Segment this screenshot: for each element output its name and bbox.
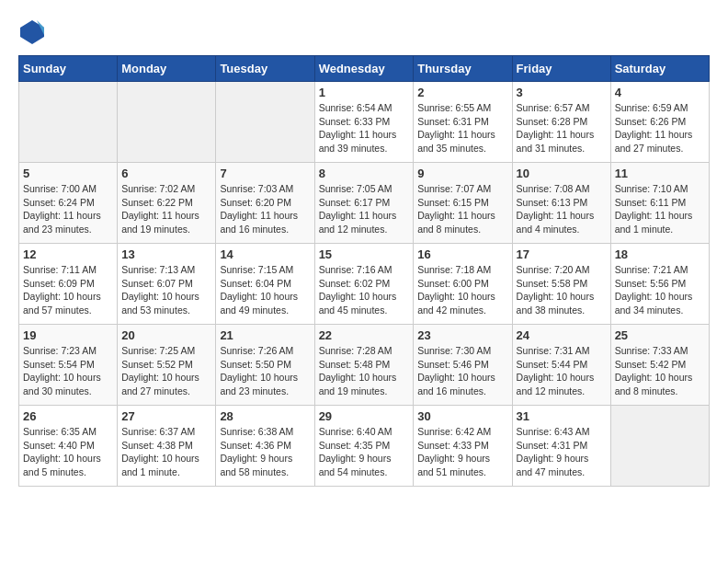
day-info: Sunrise: 6:40 AMSunset: 4:35 PMDaylight:…: [319, 425, 410, 479]
day-info: Sunrise: 6:35 AMSunset: 4:40 PMDaylight:…: [23, 425, 113, 479]
week-row-4: 19Sunrise: 7:23 AMSunset: 5:54 PMDayligh…: [19, 325, 710, 406]
day-info: Sunrise: 7:16 AMSunset: 6:02 PMDaylight:…: [319, 263, 410, 317]
calendar-cell: 30Sunrise: 6:42 AMSunset: 4:33 PMDayligh…: [414, 406, 512, 487]
day-number: 17: [517, 247, 607, 261]
calendar-cell: 9Sunrise: 7:07 AMSunset: 6:15 PMDaylight…: [414, 163, 512, 244]
day-number: 21: [220, 328, 310, 342]
calendar-cell: [19, 82, 118, 163]
day-info: Sunrise: 7:25 AMSunset: 5:52 PMDaylight:…: [121, 344, 211, 398]
calendar-cell: 16Sunrise: 7:18 AMSunset: 6:00 PMDayligh…: [414, 244, 512, 325]
calendar-cell: 15Sunrise: 7:16 AMSunset: 6:02 PMDayligh…: [314, 244, 414, 325]
day-number: 15: [319, 247, 410, 261]
logo-icon: [18, 18, 46, 46]
weekday-header-friday: Friday: [512, 56, 610, 82]
calendar-cell: 11Sunrise: 7:10 AMSunset: 6:11 PMDayligh…: [610, 163, 709, 244]
weekday-header-row: SundayMondayTuesdayWednesdayThursdayFrid…: [19, 56, 710, 82]
day-number: 22: [319, 328, 410, 342]
day-number: 9: [417, 167, 507, 180]
weekday-header-wednesday: Wednesday: [314, 56, 414, 82]
day-number: 4: [615, 86, 705, 99]
calendar-cell: 23Sunrise: 7:30 AMSunset: 5:46 PMDayligh…: [414, 325, 512, 406]
day-number: 30: [417, 409, 507, 423]
calendar-cell: 18Sunrise: 7:21 AMSunset: 5:56 PMDayligh…: [610, 244, 709, 325]
day-info: Sunrise: 7:23 AMSunset: 5:54 PMDaylight:…: [23, 344, 113, 398]
weekday-header-saturday: Saturday: [610, 56, 709, 82]
calendar-cell: 13Sunrise: 7:13 AMSunset: 6:07 PMDayligh…: [118, 244, 216, 325]
day-info: Sunrise: 7:15 AMSunset: 6:04 PMDaylight:…: [220, 263, 310, 317]
day-number: 14: [220, 247, 310, 261]
day-info: Sunrise: 6:42 AMSunset: 4:33 PMDaylight:…: [417, 425, 507, 479]
calendar-cell: 1Sunrise: 6:54 AMSunset: 6:33 PMDaylight…: [314, 82, 414, 163]
calendar-cell: 8Sunrise: 7:05 AMSunset: 6:17 PMDaylight…: [314, 163, 414, 244]
day-number: 20: [121, 328, 211, 342]
day-number: 28: [220, 409, 310, 423]
day-info: Sunrise: 7:03 AMSunset: 6:20 PMDaylight:…: [220, 182, 310, 236]
day-info: Sunrise: 7:00 AMSunset: 6:24 PMDaylight:…: [23, 182, 113, 236]
calendar-cell: 4Sunrise: 6:59 AMSunset: 6:26 PMDaylight…: [610, 82, 709, 163]
day-number: 12: [23, 247, 113, 261]
calendar-cell: 24Sunrise: 7:31 AMSunset: 5:44 PMDayligh…: [512, 325, 610, 406]
page-header: [18, 18, 710, 46]
day-info: Sunrise: 7:26 AMSunset: 5:50 PMDaylight:…: [220, 344, 310, 398]
calendar-table: SundayMondayTuesdayWednesdayThursdayFrid…: [18, 55, 710, 487]
calendar-cell: 29Sunrise: 6:40 AMSunset: 4:35 PMDayligh…: [314, 406, 414, 487]
day-info: Sunrise: 6:38 AMSunset: 4:36 PMDaylight:…: [220, 425, 310, 479]
day-info: Sunrise: 7:28 AMSunset: 5:48 PMDaylight:…: [319, 344, 410, 398]
week-row-2: 5Sunrise: 7:00 AMSunset: 6:24 PMDaylight…: [19, 163, 710, 244]
day-number: 26: [23, 409, 113, 423]
calendar-cell: 10Sunrise: 7:08 AMSunset: 6:13 PMDayligh…: [512, 163, 610, 244]
calendar-cell: [610, 406, 709, 487]
calendar-cell: 27Sunrise: 6:37 AMSunset: 4:38 PMDayligh…: [118, 406, 216, 487]
calendar-cell: [216, 82, 314, 163]
day-number: 31: [517, 409, 607, 423]
calendar-cell: 25Sunrise: 7:33 AMSunset: 5:42 PMDayligh…: [610, 325, 709, 406]
calendar-cell: 2Sunrise: 6:55 AMSunset: 6:31 PMDaylight…: [414, 82, 512, 163]
day-info: Sunrise: 7:13 AMSunset: 6:07 PMDaylight:…: [121, 263, 211, 317]
day-info: Sunrise: 6:43 AMSunset: 4:31 PMDaylight:…: [517, 425, 607, 479]
week-row-5: 26Sunrise: 6:35 AMSunset: 4:40 PMDayligh…: [19, 406, 710, 487]
weekday-header-monday: Monday: [118, 56, 216, 82]
calendar-cell: 5Sunrise: 7:00 AMSunset: 6:24 PMDaylight…: [19, 163, 118, 244]
logo: [18, 18, 50, 46]
day-number: 7: [220, 167, 310, 180]
day-info: Sunrise: 7:33 AMSunset: 5:42 PMDaylight:…: [615, 344, 705, 398]
calendar-cell: 31Sunrise: 6:43 AMSunset: 4:31 PMDayligh…: [512, 406, 610, 487]
day-info: Sunrise: 7:02 AMSunset: 6:22 PMDaylight:…: [121, 182, 211, 236]
day-info: Sunrise: 7:20 AMSunset: 5:58 PMDaylight:…: [517, 263, 607, 317]
svg-marker-0: [20, 20, 44, 44]
day-info: Sunrise: 7:21 AMSunset: 5:56 PMDaylight:…: [615, 263, 705, 317]
calendar-cell: 6Sunrise: 7:02 AMSunset: 6:22 PMDaylight…: [118, 163, 216, 244]
weekday-header-tuesday: Tuesday: [216, 56, 314, 82]
day-info: Sunrise: 7:30 AMSunset: 5:46 PMDaylight:…: [417, 344, 507, 398]
day-number: 5: [23, 167, 113, 180]
weekday-header-thursday: Thursday: [414, 56, 512, 82]
day-number: 27: [121, 409, 211, 423]
calendar-cell: 14Sunrise: 7:15 AMSunset: 6:04 PMDayligh…: [216, 244, 314, 325]
day-number: 6: [121, 167, 211, 180]
weekday-header-sunday: Sunday: [19, 56, 118, 82]
calendar-cell: 17Sunrise: 7:20 AMSunset: 5:58 PMDayligh…: [512, 244, 610, 325]
day-info: Sunrise: 7:11 AMSunset: 6:09 PMDaylight:…: [23, 263, 113, 317]
calendar-cell: 20Sunrise: 7:25 AMSunset: 5:52 PMDayligh…: [118, 325, 216, 406]
day-number: 3: [517, 86, 607, 99]
day-number: 25: [615, 328, 705, 342]
day-info: Sunrise: 7:07 AMSunset: 6:15 PMDaylight:…: [417, 182, 507, 236]
day-number: 18: [615, 247, 705, 261]
week-row-3: 12Sunrise: 7:11 AMSunset: 6:09 PMDayligh…: [19, 244, 710, 325]
calendar-cell: 7Sunrise: 7:03 AMSunset: 6:20 PMDaylight…: [216, 163, 314, 244]
day-info: Sunrise: 7:10 AMSunset: 6:11 PMDaylight:…: [615, 182, 705, 236]
calendar-cell: 22Sunrise: 7:28 AMSunset: 5:48 PMDayligh…: [314, 325, 414, 406]
calendar-cell: 19Sunrise: 7:23 AMSunset: 5:54 PMDayligh…: [19, 325, 118, 406]
day-number: 24: [517, 328, 607, 342]
day-number: 16: [417, 247, 507, 261]
day-info: Sunrise: 7:08 AMSunset: 6:13 PMDaylight:…: [517, 182, 607, 236]
week-row-1: 1Sunrise: 6:54 AMSunset: 6:33 PMDaylight…: [19, 82, 710, 163]
day-number: 2: [417, 86, 507, 99]
day-number: 11: [615, 167, 705, 180]
day-info: Sunrise: 6:59 AMSunset: 6:26 PMDaylight:…: [615, 101, 705, 155]
day-info: Sunrise: 7:18 AMSunset: 6:00 PMDaylight:…: [417, 263, 507, 317]
calendar-cell: 12Sunrise: 7:11 AMSunset: 6:09 PMDayligh…: [19, 244, 118, 325]
calendar-cell: 28Sunrise: 6:38 AMSunset: 4:36 PMDayligh…: [216, 406, 314, 487]
day-info: Sunrise: 6:37 AMSunset: 4:38 PMDaylight:…: [121, 425, 211, 479]
day-info: Sunrise: 6:54 AMSunset: 6:33 PMDaylight:…: [319, 101, 410, 155]
